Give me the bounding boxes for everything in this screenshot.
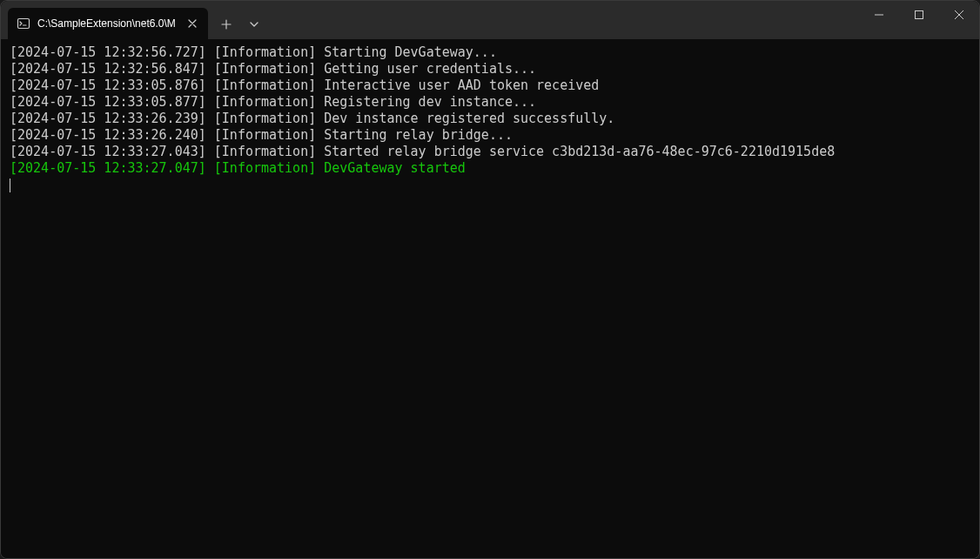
svg-rect-0 [18, 19, 30, 29]
log-line: [2024-07-15 12:33:05.876] [Information] … [10, 77, 970, 94]
tab-title: C:\SampleExtension\net6.0\M [37, 17, 178, 30]
window-controls [859, 1, 979, 39]
log-line: [2024-07-15 12:33:26.240] [Information] … [10, 127, 970, 144]
log-line: [2024-07-15 12:33:27.047] [Information] … [10, 160, 970, 177]
minimize-button[interactable] [859, 1, 899, 29]
terminal-output[interactable]: [2024-07-15 12:32:56.727] [Information] … [1, 39, 979, 559]
log-lines-container: [2024-07-15 12:32:56.727] [Information] … [10, 44, 970, 177]
svg-rect-3 [916, 11, 923, 19]
tab-dropdown-button[interactable] [241, 10, 267, 39]
log-line: [2024-07-15 12:33:27.043] [Information] … [10, 144, 970, 160]
terminal-icon [17, 17, 30, 30]
new-tab-button[interactable] [211, 10, 241, 39]
log-line: [2024-07-15 12:33:26.239] [Information] … [10, 111, 970, 127]
titlebar: C:\SampleExtension\net6.0\M [1, 1, 979, 39]
log-line: [2024-07-15 12:32:56.727] [Information] … [10, 44, 970, 61]
maximize-button[interactable] [899, 1, 939, 29]
active-tab[interactable]: C:\SampleExtension\net6.0\M [8, 8, 208, 39]
terminal-cursor [10, 178, 10, 192]
tabs-area: C:\SampleExtension\net6.0\M [1, 1, 267, 39]
window-close-button[interactable] [939, 1, 979, 29]
log-line: [2024-07-15 12:33:05.877] [Information] … [10, 94, 970, 111]
log-line: [2024-07-15 12:32:56.847] [Information] … [10, 61, 970, 77]
tab-close-button[interactable] [185, 17, 199, 30]
titlebar-drag-area[interactable] [267, 1, 859, 39]
